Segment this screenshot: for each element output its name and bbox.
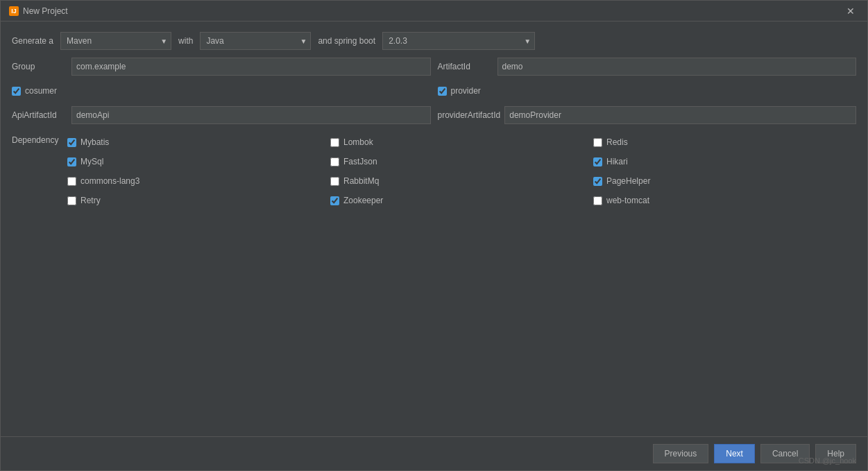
provider-label[interactable]: provider	[451, 86, 481, 96]
cosumer-label[interactable]: cosumer	[25, 86, 57, 96]
mybatis-checkbox[interactable]	[67, 138, 76, 147]
redis-row: Redis	[593, 134, 856, 151]
rabbitmq-checkbox[interactable]	[330, 177, 339, 186]
module-checkboxes-row: cosumer provider	[12, 83, 856, 99]
zookeeper-row: Zookeeper	[330, 192, 593, 209]
retry-row: Retry	[67, 192, 330, 209]
redis-checkbox[interactable]	[593, 138, 602, 147]
dep-col-1: Mybatis MySql commons-lang3 Retry	[67, 134, 330, 209]
new-project-dialog: IJ New Project ✕ Generate a Maven Gradle…	[0, 0, 868, 471]
app-icon: IJ	[9, 6, 19, 16]
provider-checkbox[interactable]	[438, 87, 447, 96]
provider-row: provider	[438, 83, 481, 99]
artifact-id-input[interactable]	[497, 58, 857, 76]
commons-lang3-label[interactable]: commons-lang3	[80, 176, 139, 186]
api-artifact-input[interactable]	[71, 106, 431, 124]
spring-boot-dropdown-wrap: 2.0.3 2.1.0 2.2.0 2.3.0 ▼	[382, 32, 535, 50]
hikari-row: Hikari	[593, 153, 856, 170]
generate-select[interactable]: Maven Gradle	[60, 32, 171, 50]
fastjson-label[interactable]: FastJson	[343, 157, 377, 166]
watermark: CSDN @jc_hook	[799, 456, 856, 465]
provider-artifact-label: providerArtifactId	[438, 110, 501, 120]
web-tomcat-label[interactable]: web-tomcat	[606, 196, 649, 205]
dep-col-3: Redis Hikari PageHelper web-tomcat	[593, 134, 856, 209]
lombok-label[interactable]: Lombok	[343, 137, 373, 147]
generate-label: Generate a	[12, 36, 53, 46]
group-artifact-row: Group ArtifactId	[12, 58, 856, 76]
lombok-checkbox[interactable]	[330, 138, 339, 147]
next-button[interactable]: Next	[714, 444, 755, 463]
web-tomcat-row: web-tomcat	[593, 192, 856, 209]
artifact-ids-row: ApiArtifactId providerArtifactId	[12, 106, 856, 124]
mysql-label[interactable]: MySql	[80, 157, 103, 166]
rabbitmq-label[interactable]: RabbitMq	[343, 176, 379, 186]
generate-row: Generate a Maven Gradle ▼ with Java Kotl…	[12, 31, 856, 51]
zookeeper-label[interactable]: Zookeeper	[343, 196, 383, 205]
and-spring-boot-label: and spring boot	[318, 36, 375, 46]
mysql-row: MySql	[67, 153, 330, 170]
api-artifact-label: ApiArtifactId	[12, 110, 67, 120]
with-label: with	[178, 36, 193, 46]
dependency-label: Dependency	[12, 134, 67, 209]
dep-col-2: Lombok FastJson RabbitMq Zookeeper	[330, 134, 593, 209]
hikari-checkbox[interactable]	[593, 157, 602, 166]
rabbitmq-row: RabbitMq	[330, 173, 593, 189]
commons-lang3-row: commons-lang3	[67, 173, 330, 189]
pagehelper-row: PageHelper	[593, 173, 856, 189]
spring-boot-select[interactable]: 2.0.3 2.1.0 2.2.0 2.3.0	[382, 32, 535, 50]
mybatis-label[interactable]: Mybatis	[80, 137, 109, 147]
dependency-columns: Mybatis MySql commons-lang3 Retry	[67, 134, 856, 209]
redis-label[interactable]: Redis	[606, 137, 628, 147]
group-input[interactable]	[71, 58, 431, 76]
retry-label[interactable]: Retry	[80, 196, 101, 205]
fastjson-checkbox[interactable]	[330, 157, 339, 166]
hikari-label[interactable]: Hikari	[606, 157, 628, 166]
mysql-checkbox[interactable]	[67, 157, 76, 166]
language-dropdown-wrap: Java Kotlin Groovy ▼	[200, 32, 311, 50]
mybatis-row: Mybatis	[67, 134, 330, 151]
pagehelper-checkbox[interactable]	[593, 177, 602, 186]
dialog-footer: Previous Next Cancel Help	[1, 436, 867, 470]
fastjson-row: FastJson	[330, 153, 593, 170]
retry-checkbox[interactable]	[67, 196, 76, 205]
commons-lang3-checkbox[interactable]	[67, 177, 76, 186]
language-select[interactable]: Java Kotlin Groovy	[200, 32, 311, 50]
cosumer-checkbox[interactable]	[12, 87, 21, 96]
web-tomcat-checkbox[interactable]	[593, 196, 602, 205]
generate-dropdown-wrap: Maven Gradle ▼	[60, 32, 171, 50]
close-button[interactable]: ✕	[842, 4, 859, 18]
dialog-content: Generate a Maven Gradle ▼ with Java Kotl…	[1, 22, 867, 436]
dialog-title: New Project	[23, 6, 68, 16]
title-bar: IJ New Project ✕	[1, 1, 867, 22]
lombok-row: Lombok	[330, 134, 593, 151]
group-label: Group	[12, 62, 67, 71]
previous-button[interactable]: Previous	[653, 444, 709, 463]
pagehelper-label[interactable]: PageHelper	[606, 176, 650, 186]
dependency-section: Dependency Mybatis MySql commons-lang3	[12, 134, 856, 209]
provider-artifact-input[interactable]	[504, 106, 856, 124]
cosumer-row: cosumer	[12, 83, 57, 99]
artifact-id-label: ArtifactId	[438, 62, 493, 71]
zookeeper-checkbox[interactable]	[330, 196, 339, 205]
